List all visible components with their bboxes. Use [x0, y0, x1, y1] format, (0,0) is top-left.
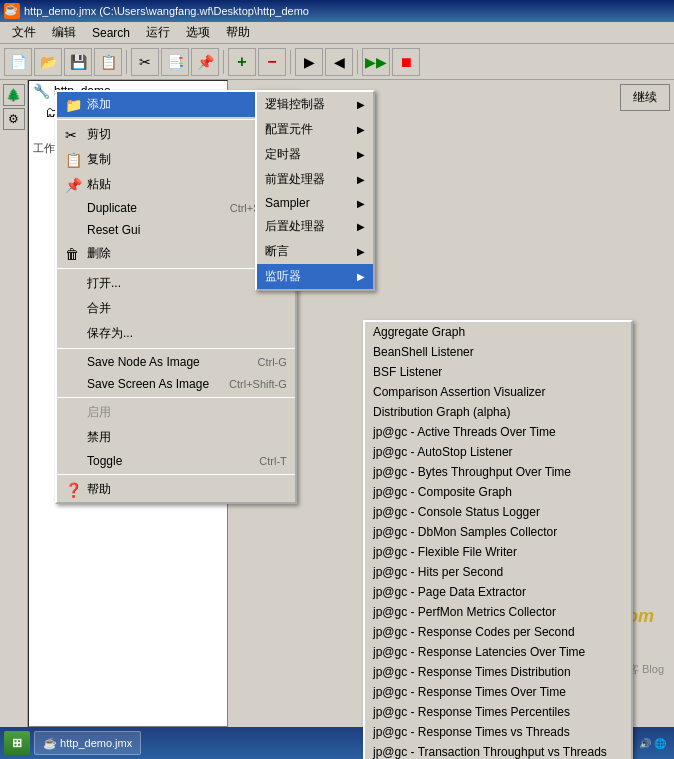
ctx2-preproc[interactable]: 前置处理器 ▶ [257, 167, 373, 192]
ctx2-assert[interactable]: 断言 ▶ [257, 239, 373, 264]
ctx-copy-icon: 📋 [65, 152, 83, 168]
ctx-sep-4 [57, 397, 295, 398]
ctx2-timer[interactable]: 定时器 ▶ [257, 142, 373, 167]
ctx2-config[interactable]: 配置元件 ▶ [257, 117, 373, 142]
ctx-cut-icon: ✂ [65, 127, 83, 143]
taskbar-time: 🔊 🌐 [639, 738, 666, 749]
toolbar-sep-4 [357, 50, 358, 74]
menu-help[interactable]: 帮助 [218, 22, 258, 43]
menu-bar: 文件 编辑 Search 运行 选项 帮助 [0, 22, 674, 44]
new-button[interactable]: 📄 [4, 48, 32, 76]
ctx3-bytes-throughput[interactable]: jp@gc - Bytes Throughput Over Time [365, 462, 631, 482]
toolbar-sep-2 [223, 50, 224, 74]
ctx2-listener[interactable]: 监听器 ▶ [257, 264, 373, 289]
taskbar-app-icon: ☕ [43, 737, 57, 750]
ctx3-response-latencies[interactable]: jp@gc - Response Latencies Over Time [365, 642, 631, 662]
cut-button[interactable]: ✂ [131, 48, 159, 76]
context-menu-2: 逻辑控制器 ▶ 配置元件 ▶ 定时器 ▶ 前置处理器 ▶ Sampler ▶ 后… [255, 90, 375, 291]
app-icon: ☕ [4, 3, 20, 19]
context-menu-3: Aggregate Graph BeanShell Listener BSF L… [363, 320, 633, 759]
ctx-merge[interactable]: 合并 [57, 296, 295, 321]
ctx-sep-5 [57, 474, 295, 475]
ctx3-active-threads[interactable]: jp@gc - Active Threads Over Time [365, 422, 631, 442]
context-menu-overlay: 📁 添加 ▶ ✂ 剪切 Ctrl-X 📋 复制 Ctrl-C 📌 粘贴 Ctrl… [0, 80, 674, 727]
ctx3-page-data[interactable]: jp@gc - Page Data Extractor [365, 582, 631, 602]
ctx3-flexible-file[interactable]: jp@gc - Flexible File Writer [365, 542, 631, 562]
ctx3-response-times-over-time[interactable]: jp@gc - Response Times Over Time [365, 682, 631, 702]
ctx3-composite-graph[interactable]: jp@gc - Composite Graph [365, 482, 631, 502]
start-button[interactable]: ⊞ [4, 731, 30, 755]
ctx-add-icon: 📁 [65, 97, 83, 113]
ctx2-logic[interactable]: 逻辑控制器 ▶ [257, 92, 373, 117]
ctx3-comparison-assertion[interactable]: Comparison Assertion Visualizer [365, 382, 631, 402]
stop-button[interactable]: ⏹ [392, 48, 420, 76]
taskbar-app-jmeter[interactable]: ☕ http_demo.jmx [34, 731, 141, 755]
ctx2-logic-arrow: ▶ [357, 99, 365, 110]
ctx-help[interactable]: ❓ 帮助 [57, 477, 295, 502]
copy-button[interactable]: 📑 [161, 48, 189, 76]
ctx-sep-3 [57, 348, 295, 349]
ctx-paste-icon: 📌 [65, 177, 83, 193]
ctx2-postproc[interactable]: 后置处理器 ▶ [257, 214, 373, 239]
ctx3-response-times-dist[interactable]: jp@gc - Response Times Distribution [365, 662, 631, 682]
ctx-savenode[interactable]: Save Node As Image Ctrl-G [57, 351, 295, 373]
main-area: 🌲 ⚙ 🔧 http_demo 🗂 线程组 工作台 继续 📁 添加 ▶ [0, 80, 674, 727]
title-bar: ☕ http_demo.jmx (C:\Users\wangfang.wf\De… [0, 0, 674, 22]
expand-button[interactable]: ▶ [295, 48, 323, 76]
ctx-toggle[interactable]: Toggle Ctrl-T [57, 450, 295, 472]
ctx3-hits-per-second[interactable]: jp@gc - Hits per Second [365, 562, 631, 582]
ctx-delete-icon: 🗑 [65, 246, 83, 262]
menu-edit[interactable]: 编辑 [44, 22, 84, 43]
ctx-help-icon: ❓ [65, 482, 83, 498]
start-label: ⊞ [12, 736, 22, 750]
ctx2-listener-arrow: ▶ [357, 271, 365, 282]
toolbar-sep-3 [290, 50, 291, 74]
ctx3-response-times-vs-threads[interactable]: jp@gc - Response Times vs Threads [365, 722, 631, 742]
open-button[interactable]: 📂 [34, 48, 62, 76]
ctx-enable[interactable]: 启用 [57, 400, 295, 425]
ctx3-response-codes[interactable]: jp@gc - Response Codes per Second [365, 622, 631, 642]
ctx-disable[interactable]: 禁用 [57, 425, 295, 450]
ctx3-transaction-throughput[interactable]: jp@gc - Transaction Throughput vs Thread… [365, 742, 631, 759]
toolbar-sep-1 [126, 50, 127, 74]
ctx3-response-times-percentiles[interactable]: jp@gc - Response Times Percentiles [365, 702, 631, 722]
menu-run[interactable]: 运行 [138, 22, 178, 43]
menu-search[interactable]: Search [84, 24, 138, 42]
start-button[interactable]: ▶▶ [362, 48, 390, 76]
ctx2-timer-arrow: ▶ [357, 149, 365, 160]
ctx3-bsf-listener[interactable]: BSF Listener [365, 362, 631, 382]
ctx3-perfmon[interactable]: jp@gc - PerfMon Metrics Collector [365, 602, 631, 622]
save-button[interactable]: 💾 [64, 48, 92, 76]
taskbar-tray: 🔊 🌐 [635, 738, 670, 749]
collapse-button[interactable]: ◀ [325, 48, 353, 76]
toolbar: 📄 📂 💾 📋 ✂ 📑 📌 + − ▶ ◀ ▶▶ ⏹ [0, 44, 674, 80]
taskbar-app-label: http_demo.jmx [60, 737, 132, 749]
ctx2-config-arrow: ▶ [357, 124, 365, 135]
menu-file[interactable]: 文件 [4, 22, 44, 43]
minus-button[interactable]: − [258, 48, 286, 76]
plus-button[interactable]: + [228, 48, 256, 76]
ctx2-sampler-arrow: ▶ [357, 198, 365, 209]
ctx2-postproc-arrow: ▶ [357, 221, 365, 232]
ctx3-console-logger[interactable]: jp@gc - Console Status Logger [365, 502, 631, 522]
ctx3-beanshell-listener[interactable]: BeanShell Listener [365, 342, 631, 362]
paste-button[interactable]: 📌 [191, 48, 219, 76]
ctx2-assert-arrow: ▶ [357, 246, 365, 257]
ctx2-sampler[interactable]: Sampler ▶ [257, 192, 373, 214]
ctx3-distribution-graph[interactable]: Distribution Graph (alpha) [365, 402, 631, 422]
title-text: http_demo.jmx (C:\Users\wangfang.wf\Desk… [24, 5, 670, 17]
ctx2-preproc-arrow: ▶ [357, 174, 365, 185]
templates-button[interactable]: 📋 [94, 48, 122, 76]
ctx3-aggregate-graph[interactable]: Aggregate Graph [365, 322, 631, 342]
menu-options[interactable]: 选项 [178, 22, 218, 43]
ctx3-autostop[interactable]: jp@gc - AutoStop Listener [365, 442, 631, 462]
ctx3-dbmon-collector[interactable]: jp@gc - DbMon Samples Collector [365, 522, 631, 542]
ctx-savescreen[interactable]: Save Screen As Image Ctrl+Shift-G [57, 373, 295, 395]
ctx-saveas[interactable]: 保存为... [57, 321, 295, 346]
